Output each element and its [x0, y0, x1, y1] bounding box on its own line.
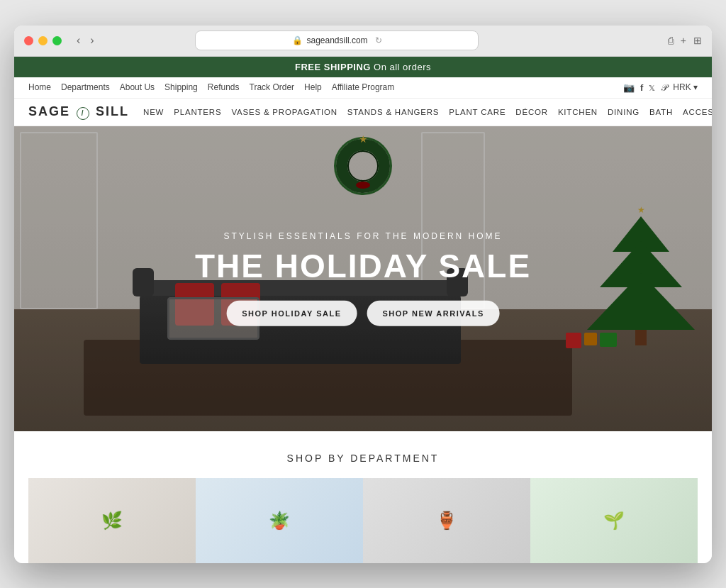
close-button[interactable] — [24, 36, 33, 45]
nav-shipping[interactable]: Shipping — [164, 82, 198, 92]
nav-new[interactable]: NEW — [143, 108, 164, 116]
dept-img-placeholder-3: 🏺 — [363, 478, 530, 563]
maximize-button[interactable] — [52, 36, 62, 45]
shop-new-arrivals-button[interactable]: SHOP NEW ARRIVALS — [367, 301, 499, 326]
dept-img-placeholder-2: 🪴 — [196, 478, 363, 563]
nav-accessories[interactable]: ACCESSORIES — [683, 108, 712, 116]
top-nav-links: Home Departments About Us Shipping Refun… — [28, 82, 623, 92]
logo[interactable]: SAGE / SILL — [28, 104, 129, 120]
forward-button[interactable]: › — [86, 33, 97, 48]
dept-item-3[interactable]: 🏺 — [363, 478, 530, 563]
shop-holiday-button[interactable]: SHOP HOLIDAY SALE — [226, 301, 357, 326]
reload-icon: ↻ — [375, 35, 382, 45]
nav-bath[interactable]: BATH — [649, 108, 673, 116]
nav-decor[interactable]: DÉCOR — [515, 108, 548, 116]
url-text: sageandsill.com — [307, 35, 368, 45]
share-icon[interactable]: ⎙ — [668, 35, 674, 46]
address-bar[interactable]: 🔒 sageandsill.com ↻ — [195, 30, 479, 50]
twitter-icon[interactable] — [649, 82, 655, 93]
nav-help[interactable]: Help — [304, 82, 322, 92]
department-grid: 🌿 🪴 🏺 🌱 — [28, 478, 698, 563]
shop-dept-title: SHOP BY DEPARTMENT — [28, 453, 698, 464]
traffic-lights — [24, 36, 62, 45]
facebook-icon[interactable] — [640, 82, 643, 93]
social-links — [623, 82, 667, 94]
shop-by-department: SHOP BY DEPARTMENT 🌿 🪴 🏺 🌱 — [14, 431, 712, 563]
website-content: FREE SHIPPING On all orders Home Departm… — [14, 57, 712, 563]
pinterest-icon[interactable] — [661, 82, 667, 94]
currency-selector[interactable]: HRK ▾ — [673, 82, 698, 92]
browser-nav-controls: ‹ › — [73, 33, 98, 48]
dept-item-4[interactable]: 🌱 — [530, 478, 698, 563]
hero-content: STYLISH ESSENTIALS FOR THE MODERN HOME T… — [119, 231, 608, 326]
back-button[interactable]: ‹ — [73, 33, 84, 48]
logo-part1: SAGE — [28, 104, 70, 118]
nav-departments[interactable]: Departments — [61, 82, 110, 92]
instagram-icon[interactable] — [623, 82, 635, 93]
nav-affiliate[interactable]: Affiliate Program — [332, 82, 394, 92]
dept-item-2[interactable]: 🪴 — [196, 478, 363, 563]
nav-kitchen[interactable]: KITCHEN — [558, 108, 598, 116]
free-shipping-label: FREE SHIPPING — [295, 62, 371, 72]
top-nav: Home Departments About Us Shipping Refun… — [14, 77, 712, 99]
nav-about-us[interactable]: About Us — [120, 82, 155, 92]
main-nav: SAGE / SILL NEW PLANTERS VASES & PROPAGA… — [14, 99, 712, 126]
hero-subtitle: STYLISH ESSENTIALS FOR THE MODERN HOME — [119, 231, 608, 240]
title-bar-actions: ⎙ + ⊞ — [668, 35, 702, 46]
hero-buttons: SHOP HOLIDAY SALE SHOP NEW ARRIVALS — [119, 301, 608, 326]
nav-home[interactable]: Home — [28, 82, 51, 92]
nav-planters[interactable]: PLANTERS — [174, 108, 221, 116]
dept-img-placeholder-4: 🌱 — [530, 478, 698, 563]
dept-item-1[interactable]: 🌿 — [28, 478, 196, 563]
main-nav-links: NEW PLANTERS VASES & PROPAGATION STANDS … — [143, 108, 712, 116]
shipping-bar: FREE SHIPPING On all orders — [14, 57, 712, 77]
nav-dining[interactable]: DINING — [608, 108, 640, 116]
logo-part2: SILL — [96, 104, 129, 118]
shipping-rest: On all orders — [371, 62, 431, 72]
hero-section: ★ ★ — [14, 126, 712, 431]
nav-vases[interactable]: VASES & PROPAGATION — [231, 108, 337, 116]
mac-window: ‹ › 🔒 sageandsill.com ↻ ⎙ + ⊞ FREE SHIPP… — [14, 26, 712, 563]
new-tab-icon[interactable]: + — [681, 35, 686, 46]
minimize-button[interactable] — [38, 36, 48, 45]
title-bar: ‹ › 🔒 sageandsill.com ↻ ⎙ + ⊞ — [14, 26, 712, 57]
nav-refunds[interactable]: Refunds — [208, 82, 240, 92]
nav-track-order[interactable]: Track Order — [250, 82, 295, 92]
grid-icon[interactable]: ⊞ — [693, 35, 702, 46]
nav-stands[interactable]: STANDS & HANGERS — [347, 108, 440, 116]
dept-img-placeholder-1: 🌿 — [28, 478, 196, 563]
lock-icon: 🔒 — [292, 35, 303, 45]
logo-divider: / — [77, 107, 89, 120]
nav-plant-care[interactable]: PLANT CARE — [449, 108, 506, 116]
hero-title: THE HOLIDAY SALE — [119, 248, 608, 284]
